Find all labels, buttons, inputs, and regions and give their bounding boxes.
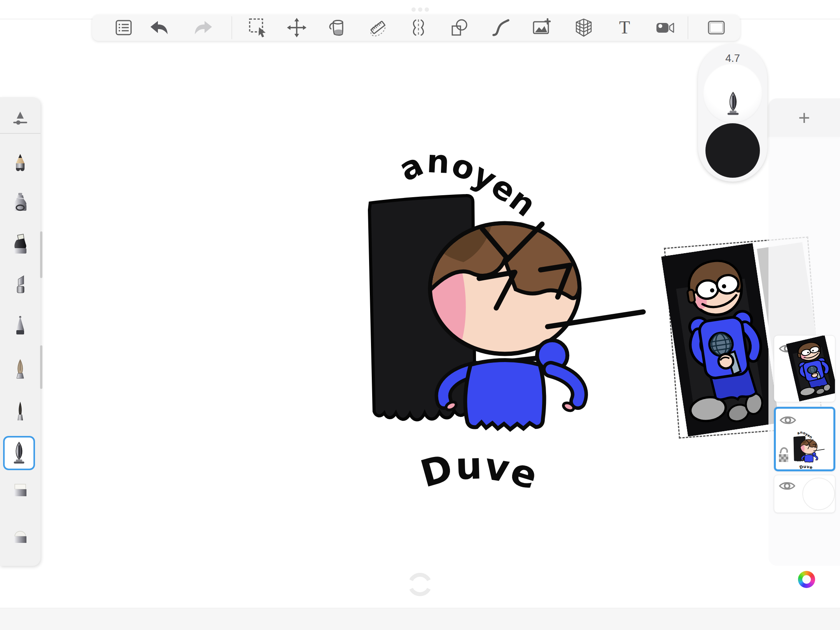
text-tool-glyph: T [619,18,630,37]
active-color-swatch[interactable] [705,123,760,178]
undo-button[interactable] [149,17,170,38]
import-image-button[interactable] [532,17,553,38]
shapes-tool-button[interactable] [449,17,470,38]
ruler-icon [368,17,388,38]
fill-bucket-icon [327,17,348,38]
undo-icon [149,17,170,38]
pasteboard [0,608,840,630]
pencil-icon [12,153,29,176]
soft-eraser-icon [12,528,29,551]
color-wheel-button[interactable] [798,571,815,588]
brush-paintbrush[interactable] [0,357,40,384]
brush-settings-button[interactable] [0,103,40,134]
background-color-swatch[interactable] [802,478,835,510]
brush-detail-brush[interactable] [0,400,40,427]
video-camera-icon [654,17,676,38]
selection-icon [248,17,269,38]
layer-thumbnail [786,335,835,402]
window-handle-dot [425,7,429,12]
brush-eraser-flat[interactable] [0,479,40,506]
fill-tool-button[interactable] [327,17,348,38]
layer-row-selected[interactable] [774,407,835,471]
selection-tool-button[interactable] [248,17,269,38]
brush-airbrush[interactable] [0,190,40,217]
brush-pencil[interactable] [0,151,40,178]
airbrush-icon [12,192,29,215]
detail-brush-icon [12,402,29,425]
brush-ink-pen-selected[interactable] [3,436,35,470]
toolbar-separator [688,16,688,39]
transform-tool-button[interactable] [286,17,307,38]
text-tool-button[interactable]: T [614,17,635,38]
ballpoint-pen-icon [12,315,29,339]
layer-visibility-eye-icon[interactable] [778,480,796,492]
transform-icon [286,17,307,38]
symmetry-icon [408,17,429,38]
add-layer-plus: + [798,110,810,126]
perspective-tool-button[interactable] [573,17,594,38]
toolbar-separator [231,16,232,39]
brush-chisel-pen[interactable] [0,273,40,300]
brush-palette-scrollbar[interactable] [40,345,42,389]
alpha-lock-icon[interactable] [777,447,791,464]
window-handle-dot [411,7,416,12]
fullscreen-button[interactable] [706,17,727,38]
window-handle-dot [418,7,422,12]
add-layer-button[interactable]: + [768,98,840,137]
paintbrush-icon [12,359,29,382]
shapes-icon [449,17,470,38]
stroke-tool-button[interactable] [490,17,511,38]
redo-button[interactable] [192,17,214,38]
layer-row-top[interactable] [774,335,835,402]
menu-icon [113,17,134,38]
brush-palette-scrollbar[interactable] [40,231,42,278]
fullscreen-icon [706,17,727,38]
text-tool-icon: T [614,17,635,38]
ink-pen-icon [11,441,27,465]
layer-thumbnail [791,427,826,471]
layer-row-background[interactable] [774,475,835,513]
import-image-icon [532,17,553,38]
curve-stroke-icon [490,17,511,38]
brush-marker[interactable] [0,231,40,259]
brush-size-dial[interactable] [703,63,763,123]
redo-icon [192,17,214,38]
brush-ballpoint-pen[interactable] [0,313,40,341]
guides-tool-button[interactable] [368,17,388,38]
brush-size-value: 4.7 [698,52,767,65]
chisel-pen-icon [12,275,29,298]
brush-palette [0,97,40,566]
symmetry-tool-button[interactable] [408,17,429,38]
main-toolbar: T [92,15,740,41]
layers-list [768,137,840,566]
active-brush-icon [724,91,742,116]
brush-eraser-soft[interactable] [0,526,40,553]
time-lapse-button[interactable] [654,17,676,38]
marker-icon [12,233,29,257]
menu-button[interactable] [113,17,134,38]
layers-panel: + [768,98,840,566]
brush-color-puck[interactable]: 4.7 [698,44,767,182]
brush-settings-icon [12,110,29,127]
layer-visibility-eye-icon[interactable] [779,414,797,426]
canvas-rotate-indicator [404,569,436,600]
perspective-icon [573,17,594,38]
flat-eraser-icon [12,481,29,504]
